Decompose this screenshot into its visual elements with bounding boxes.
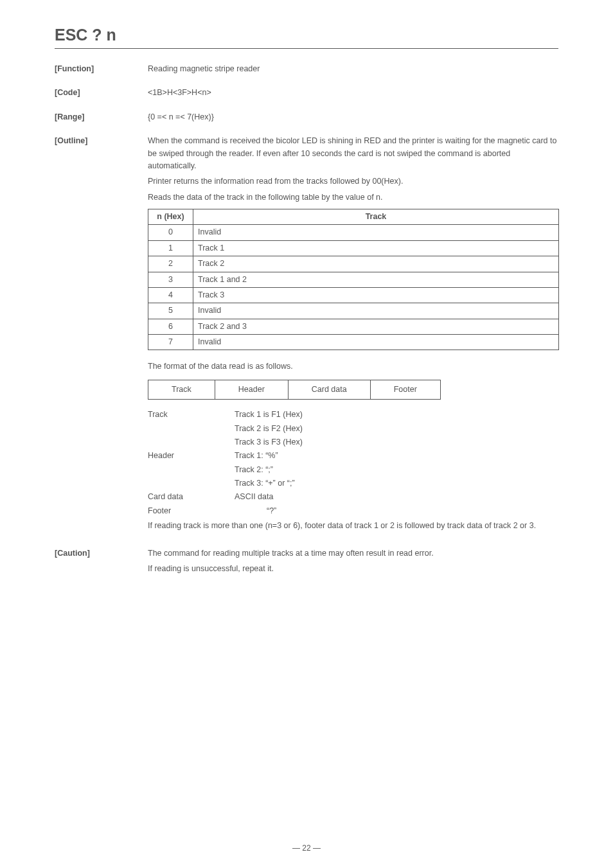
outline-label: [Outline] — [55, 135, 148, 147]
code-label: [Code] — [55, 87, 148, 99]
table-row: 3Track 1 and 2 — [148, 272, 559, 287]
cell-track: Track 3 — [193, 287, 559, 303]
outline-p1: When the command is received the bicolor… — [148, 135, 559, 172]
tracks-table: n (Hex) Track 0Invalid 1Track 1 2Track 2… — [148, 209, 559, 350]
def-key: Card data — [148, 491, 235, 503]
caution-line2: If reading is unsuccessful, repeat it. — [148, 563, 558, 575]
def-val: Track 3 is F3 (Hex) — [235, 436, 559, 448]
page-title: ESC ? n — [55, 26, 558, 49]
def-key: Track — [148, 409, 235, 421]
header-n: n (Hex) — [148, 209, 193, 225]
definitions-list: TrackTrack 1 is F1 (Hex) Track 2 is F2 (… — [148, 409, 559, 532]
cell-track: Invalid — [193, 225, 559, 240]
cell-n: 4 — [148, 287, 193, 303]
outline-section: [Outline] When the command is received t… — [55, 135, 558, 535]
table-row: 7Invalid — [148, 335, 559, 350]
cell-track: Invalid — [193, 303, 559, 319]
cell-n: 1 — [148, 240, 193, 256]
list-item: HeaderTrack 1: “%” — [148, 450, 559, 462]
page-number: — 22 — — [0, 844, 613, 853]
def-val: Track 1 is F1 (Hex) — [235, 409, 559, 421]
outline-p3: Reads the data of the track in the follo… — [148, 191, 559, 204]
outline-content: When the command is received the bicolor… — [148, 135, 559, 535]
list-item: TrackTrack 1 is F1 (Hex) — [148, 409, 559, 421]
table-row: 6Track 2 and 3 — [148, 319, 559, 334]
cell-track: Invalid — [193, 335, 559, 350]
table-row: n (Hex) Track — [148, 209, 559, 225]
caution-line1: The command for reading multiple tracks … — [148, 547, 558, 560]
outline-p2: Printer returns the information read fro… — [148, 175, 559, 188]
cell-n: 2 — [148, 256, 193, 272]
caution-label: [Caution] — [55, 547, 148, 560]
def-val: “?” — [235, 505, 559, 517]
def-key — [148, 423, 235, 435]
cell-n: 5 — [148, 303, 193, 319]
code-section: [Code] <1B>H<3F>H<n> — [55, 87, 558, 99]
format-cell: Track — [148, 380, 215, 399]
format-cell: Footer — [370, 380, 440, 399]
function-text: Reading magnetic stripe reader — [148, 63, 558, 75]
header-track: Track — [193, 209, 559, 225]
table-row: 5Invalid — [148, 303, 559, 319]
def-key — [148, 436, 235, 448]
cell-n: 3 — [148, 272, 193, 287]
def-key — [148, 477, 235, 490]
table-row: 2Track 2 — [148, 256, 559, 272]
table-row: 1Track 1 — [148, 240, 559, 256]
list-item: Track 2: “;” — [148, 464, 559, 476]
caution-content: The command for reading multiple tracks … — [148, 547, 558, 579]
cell-track: Track 2 and 3 — [193, 319, 559, 334]
def-val: ASCII data — [235, 491, 559, 503]
list-item: Track 3 is F3 (Hex) — [148, 436, 559, 448]
def-key: Header — [148, 450, 235, 462]
range-text: {0 =< n =< 7(Hex)} — [148, 111, 558, 123]
def-val: Track 2: “;” — [235, 464, 559, 476]
format-intro: The format of the data read is as follow… — [148, 360, 559, 373]
range-section: [Range] {0 =< n =< 7(Hex)} — [55, 111, 558, 123]
cell-track: Track 2 — [193, 256, 559, 272]
list-item: Track 3: “+” or “;” — [148, 477, 559, 490]
table-row: Track Header Card data Footer — [148, 380, 441, 399]
cell-n: 6 — [148, 319, 193, 334]
def-val: Track 3: “+” or “;” — [235, 477, 559, 490]
function-label: [Function] — [55, 63, 148, 75]
function-section: [Function] Reading magnetic stripe reade… — [55, 63, 558, 75]
cell-track: Track 1 and 2 — [193, 272, 559, 287]
caution-section: [Caution] The command for reading multip… — [55, 547, 558, 579]
table-row: 0Invalid — [148, 225, 559, 240]
range-label: [Range] — [55, 111, 148, 123]
cell-track: Track 1 — [193, 240, 559, 256]
def-key: Footer — [148, 505, 235, 517]
table-row: 4Track 3 — [148, 287, 559, 303]
def-note: If reading track is more than one (n=3 o… — [148, 520, 559, 532]
format-cell: Card data — [288, 380, 370, 399]
format-cell: Header — [215, 380, 288, 399]
cell-n: 0 — [148, 225, 193, 240]
cell-n: 7 — [148, 335, 193, 350]
def-key — [148, 464, 235, 476]
format-table: Track Header Card data Footer — [148, 380, 441, 400]
def-val: Track 1: “%” — [235, 450, 559, 462]
list-item: Card dataASCII data — [148, 491, 559, 503]
def-val: Track 2 is F2 (Hex) — [235, 423, 559, 435]
list-item: Track 2 is F2 (Hex) — [148, 423, 559, 435]
list-item: Footer“?” — [148, 505, 559, 517]
code-text: <1B>H<3F>H<n> — [148, 87, 558, 99]
